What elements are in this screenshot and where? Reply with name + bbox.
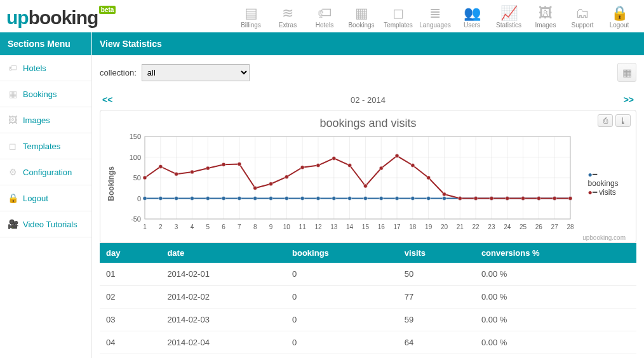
logout-icon: 🔒 [601,6,638,20]
svg-point-72 [222,197,225,201]
svg-point-86 [442,197,446,201]
topnav-bookings[interactable]: ▦Bookings [343,4,380,31]
svg-text:12: 12 [314,223,322,230]
images-icon: 🖼 [8,115,18,125]
svg-text:22: 22 [473,223,480,230]
sidebar-item-label: Templates [23,142,60,151]
topnav-hotels[interactable]: 🏷Hotels [306,4,343,31]
sidebar: 🏷Hotels▦Bookings🖼Images◻Templates⚙Config… [0,55,92,358]
sidebar-item-images[interactable]: 🖼Images [0,107,91,133]
svg-point-116 [474,197,478,201]
svg-point-78 [316,197,320,201]
topnav-extras[interactable]: ≋Extras [269,4,306,31]
col-bookings: bookings [286,243,398,263]
languages-icon: ≣ [417,6,453,20]
topnav-billings[interactable]: ▤Billings [232,4,269,31]
topnav-logout[interactable]: 🔒Logout [601,4,638,31]
configuration-icon: ⚙ [8,167,18,177]
sidebar-item-configuration[interactable]: ⚙Configuration [0,159,91,185]
svg-text:23: 23 [488,223,495,230]
svg-point-77 [300,197,304,201]
period-label: 02 - 2014 [351,95,386,105]
topnav-images[interactable]: 🖼Images [527,4,564,31]
logo: upbooking beta [6,7,98,29]
chart-credit: upbooking.com [107,234,629,241]
sidebar-item-video-tutorials[interactable]: 🎥Video Tutorials [0,211,91,237]
svg-point-100 [222,162,225,166]
svg-point-73 [238,197,241,201]
svg-text:20: 20 [441,223,448,230]
extras-icon: ≋ [269,6,306,20]
svg-text:28: 28 [567,223,574,230]
support-icon: 🗂 [564,6,601,20]
svg-point-67 [143,197,147,201]
col-conversions-%: conversions % [475,243,636,263]
svg-text:3: 3 [175,223,178,230]
svg-text:21: 21 [457,223,464,230]
svg-text:25: 25 [520,223,527,230]
export-chart-button[interactable]: ⭳ [615,114,631,127]
topnav-languages[interactable]: ≣Languages [417,4,453,31]
sidebar-item-label: Video Tutorials [23,220,77,229]
print-chart-button[interactable]: ⎙ [598,114,613,127]
chart-plot: -500501001501234567891011121314151617181… [119,133,575,234]
svg-point-103 [269,182,273,186]
table-row: 032014-02-030590.00 % [100,308,636,331]
grid-view-button[interactable]: ▦ [617,63,636,82]
statistics-icon: 📈 [490,6,527,20]
top-nav: ▤Billings≋Extras🏷Hotels▦Bookings◻Templat… [232,4,638,31]
sidebar-item-templates[interactable]: ◻Templates [0,133,91,159]
topnav-templates[interactable]: ◻Templates [380,4,417,31]
svg-text:150: 150 [130,133,141,140]
col-date: date [161,243,286,263]
svg-point-84 [411,197,415,201]
svg-point-115 [458,197,462,201]
svg-point-68 [159,197,163,201]
svg-text:-50: -50 [131,215,141,223]
svg-text:17: 17 [393,223,401,230]
next-period-button[interactable]: >> [624,95,634,105]
svg-point-111 [395,154,399,158]
svg-point-104 [285,175,288,179]
svg-point-122 [568,197,572,201]
templates-icon: ◻ [380,6,417,20]
table-row: 012014-02-010500.00 % [100,263,636,286]
svg-point-101 [238,162,241,166]
svg-text:6: 6 [222,223,225,230]
sidebar-item-hotels[interactable]: 🏷Hotels [0,55,91,81]
main-content: collection: all ▦ << 02 - 2014 >> ⎙ ⭳ bo… [92,55,644,358]
prev-period-button[interactable]: << [102,95,112,105]
svg-point-85 [427,197,431,201]
svg-text:19: 19 [425,223,433,230]
chart-legend: ●━ bookings ●━ visits [588,170,629,197]
svg-text:2: 2 [159,223,163,230]
chart-box: ⎙ ⭳ bookings and visits Bookings -500501… [100,110,636,243]
sidebar-item-bookings[interactable]: ▦Bookings [0,81,91,107]
svg-point-117 [490,197,493,201]
images-icon: 🖼 [527,6,564,20]
svg-point-71 [206,197,210,201]
svg-point-69 [175,197,178,201]
svg-text:8: 8 [253,223,257,230]
topnav-statistics[interactable]: 📈Statistics [490,4,527,31]
collection-select[interactable]: all [142,64,250,81]
svg-point-76 [285,197,288,201]
svg-point-81 [363,197,367,201]
svg-text:18: 18 [409,223,417,230]
svg-text:13: 13 [330,223,338,230]
sidebar-item-logout[interactable]: 🔒Logout [0,185,91,211]
svg-text:16: 16 [378,223,386,230]
svg-point-83 [395,197,399,201]
svg-point-113 [427,176,431,180]
bookings-icon: ▦ [343,6,380,20]
svg-point-70 [190,197,194,201]
table-row: 042014-02-040640.00 % [100,331,636,354]
topnav-users[interactable]: 👥Users [453,4,490,31]
page-title: View Statistics [92,32,644,55]
topnav-support[interactable]: 🗂Support [564,4,601,31]
sidebar-item-label: Hotels [23,63,46,73]
svg-point-105 [300,166,304,169]
sidebar-item-label: Bookings [23,90,57,99]
svg-point-80 [348,197,352,201]
svg-text:4: 4 [191,223,194,230]
